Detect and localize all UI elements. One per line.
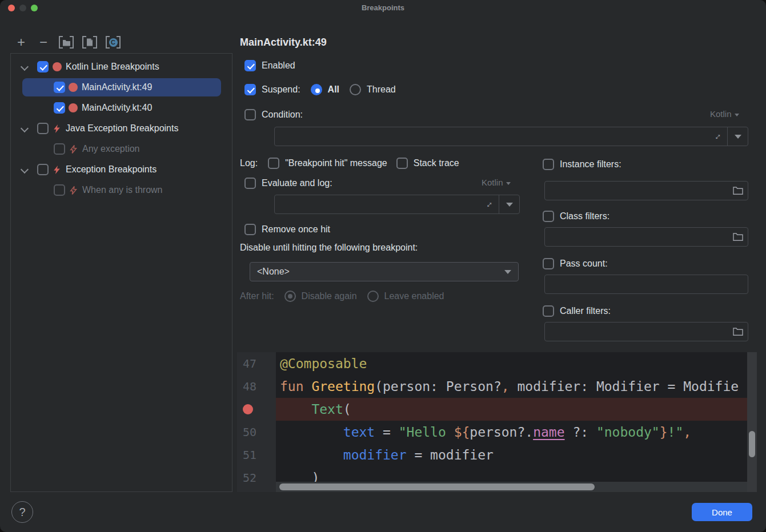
- caller-filters-checkbox[interactable]: [543, 305, 554, 317]
- enabled-checkbox[interactable]: [244, 60, 256, 71]
- suspend-label[interactable]: Suspend:: [262, 84, 300, 95]
- code-text: Text(: [276, 398, 757, 421]
- class-filters-input[interactable]: [550, 228, 728, 246]
- evaluate-input[interactable]: [279, 195, 471, 213]
- remove-once-hit-label[interactable]: Remove once hit: [262, 224, 330, 235]
- help-button[interactable]: ?: [11, 501, 33, 523]
- tree-group-kotlin-line[interactable]: Kotlin Line Breakpoints: [11, 57, 232, 77]
- done-button[interactable]: Done: [692, 503, 752, 521]
- code-line: 48fun Greeting(person: Person?, modifier…: [237, 375, 757, 398]
- code-text: modifier = modifier: [276, 444, 757, 466]
- expand-editor-icon[interactable]: ↔: [482, 197, 495, 211]
- evaluate-row: Evaluate and log:: [244, 176, 332, 190]
- evaluate-checkbox[interactable]: [244, 178, 256, 189]
- item-checkbox[interactable]: [54, 184, 65, 196]
- evaluate-history-dropdown[interactable]: [499, 195, 519, 213]
- remove-once-hit-checkbox[interactable]: [244, 224, 256, 235]
- disable-again-radio[interactable]: [284, 291, 296, 302]
- after-hit-row: After hit: Disable again Leave enabled: [240, 289, 444, 303]
- instance-filters-label[interactable]: Instance filters:: [560, 159, 621, 170]
- tree-item-label[interactable]: MainActivity.kt:40: [82, 103, 152, 113]
- enabled-label[interactable]: Enabled: [262, 61, 295, 71]
- suspend-thread-radio[interactable]: [350, 84, 361, 95]
- tree-group-label[interactable]: Java Exception Breakpoints: [66, 123, 178, 134]
- code-line: 51 modifier = modifier: [237, 444, 757, 466]
- class-filters-label[interactable]: Class filters:: [560, 211, 609, 221]
- group-by-file-icon[interactable]: [59, 36, 74, 49]
- item-checkbox[interactable]: [54, 143, 65, 155]
- chevron-down-icon[interactable]: [21, 63, 28, 71]
- language-caret-icon: [735, 114, 739, 116]
- evaluate-language-selector[interactable]: Kotlin: [482, 178, 511, 187]
- titlebar: Breakpoints: [0, 0, 766, 16]
- exception-bolt-icon: [52, 124, 62, 134]
- disable-until-combobox[interactable]: <None>: [250, 262, 519, 281]
- browse-folder-icon[interactable]: [733, 186, 743, 195]
- evaluate-label[interactable]: Evaluate and log:: [262, 178, 332, 188]
- suspend-checkbox[interactable]: [244, 84, 256, 95]
- item-checkbox[interactable]: [54, 82, 65, 93]
- tree-item-label[interactable]: Any exception: [82, 144, 140, 154]
- chevron-down-icon[interactable]: [21, 125, 28, 132]
- vertical-scrollbar-thumb[interactable]: [749, 431, 755, 457]
- vertical-scrollbar[interactable]: [747, 352, 757, 492]
- disable-again-label: Disable again: [302, 291, 357, 301]
- horizontal-scrollbar-thumb[interactable]: [279, 483, 595, 490]
- tree-item-label[interactable]: MainActivity.kt:49: [82, 82, 152, 92]
- tree-group-java-exception[interactable]: Java Exception Breakpoints: [11, 118, 232, 139]
- condition-checkbox[interactable]: [244, 109, 256, 120]
- group-by-package-icon[interactable]: [82, 36, 97, 49]
- tree-item-label[interactable]: When any is thrown: [82, 185, 163, 195]
- pass-count-label[interactable]: Pass count:: [560, 259, 608, 269]
- tree-group-label[interactable]: Exception Breakpoints: [66, 164, 157, 175]
- code-text: text = "Hello ${person?.name ?: "nobody"…: [276, 421, 757, 444]
- breakpoint-dot-icon[interactable]: [243, 404, 253, 414]
- disable-until-label: Disable until hitting the following brea…: [240, 241, 418, 255]
- tree-group-exception[interactable]: Exception Breakpoints: [11, 159, 232, 180]
- condition-expression-field: ↔: [274, 127, 748, 146]
- item-checkbox[interactable]: [54, 102, 65, 114]
- instance-filters-checkbox[interactable]: [543, 159, 554, 170]
- breakpoint-hit-message-label[interactable]: "Breakpoint hit" message: [285, 158, 387, 168]
- expand-editor-icon[interactable]: ↔: [710, 129, 724, 143]
- stack-trace-checkbox[interactable]: [396, 158, 408, 169]
- suspend-all-radio[interactable]: [311, 84, 322, 95]
- condition-label[interactable]: Condition:: [262, 110, 303, 120]
- code-text: @Composable: [276, 352, 757, 375]
- exception-bolt-icon: [52, 165, 62, 175]
- add-breakpoint-button[interactable]: +: [14, 35, 28, 49]
- tree-item-any-exception[interactable]: Any exception: [11, 139, 232, 159]
- tree-item-when-any-thrown[interactable]: When any is thrown: [11, 180, 232, 200]
- tree-item-mainactivity-40[interactable]: MainActivity.kt:40: [11, 98, 232, 118]
- chevron-down-icon[interactable]: [21, 166, 28, 174]
- condition-history-dropdown[interactable]: [727, 127, 748, 146]
- gutter-breakpoint-cell[interactable]: [237, 398, 276, 421]
- browse-folder-icon[interactable]: [733, 327, 743, 336]
- horizontal-scrollbar[interactable]: [276, 482, 747, 492]
- tree-group-label[interactable]: Kotlin Line Breakpoints: [66, 62, 159, 72]
- caller-filters-input[interactable]: [550, 323, 728, 341]
- breakpoints-dialog: Breakpoints + − C Kotlin Line Breakpoint…: [0, 0, 766, 532]
- group-checkbox[interactable]: [37, 123, 49, 134]
- pass-count-checkbox[interactable]: [543, 258, 554, 269]
- stack-trace-label[interactable]: Stack trace: [414, 158, 459, 168]
- browse-folder-icon[interactable]: [733, 232, 743, 241]
- breakpoint-dot-icon: [69, 83, 78, 92]
- caller-filters-label[interactable]: Caller filters:: [560, 306, 611, 316]
- remove-breakpoint-button[interactable]: −: [37, 35, 50, 49]
- group-by-class-icon[interactable]: C: [106, 36, 121, 49]
- tree-item-mainactivity-49[interactable]: MainActivity.kt:49: [11, 77, 232, 98]
- help-label: ?: [19, 506, 25, 519]
- group-checkbox[interactable]: [37, 164, 49, 175]
- breakpoint-hit-message-checkbox[interactable]: [268, 158, 279, 169]
- leave-enabled-radio[interactable]: [367, 291, 379, 302]
- condition-language-selector[interactable]: Kotlin: [710, 109, 739, 119]
- condition-input[interactable]: [279, 127, 700, 146]
- class-filters-checkbox[interactable]: [543, 211, 554, 222]
- evaluate-expression-field: ↔: [274, 195, 520, 214]
- suspend-all-label[interactable]: All: [328, 84, 339, 95]
- pass-count-input[interactable]: [550, 275, 728, 293]
- group-checkbox[interactable]: [37, 61, 49, 72]
- suspend-thread-label[interactable]: Thread: [367, 84, 396, 95]
- instance-filters-input[interactable]: [550, 182, 728, 200]
